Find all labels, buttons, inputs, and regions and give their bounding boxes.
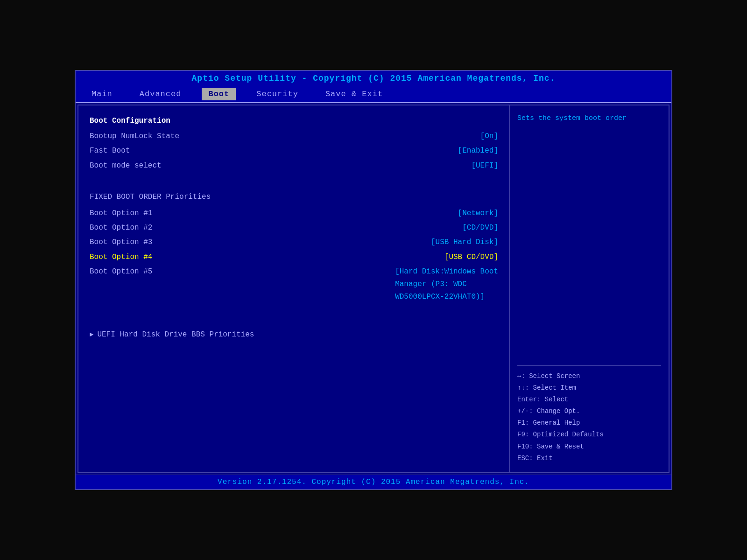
help-text: Sets the system boot order [517,113,661,124]
key-help-esc: ESC: Exit [517,453,661,464]
numlock-label[interactable]: Bootup NumLock State [90,130,179,143]
key-help-f9: F9: Optimized Defaults [517,429,661,441]
main-content: Boot Configuration Bootup NumLock State … [78,105,669,473]
footer-bar: Version 2.17.1254. Copyright (C) 2015 Am… [76,475,671,489]
menu-item-boot[interactable]: Boot [202,88,236,100]
boot-option-1-row: Boot Option #1 [Network] [90,206,498,221]
uefi-hdd-bbs-item[interactable]: ► UEFI Hard Disk Drive BBS Priorities [90,329,498,341]
left-panel: Boot Configuration Bootup NumLock State … [78,105,510,472]
right-panel: Sets the system boot order ↔: Select Scr… [510,105,669,472]
boot-option-1-label[interactable]: Boot Option #1 [90,207,152,220]
title-bar: Aptio Setup Utility - Copyright (C) 2015… [76,71,671,86]
menu-bar: Main Advanced Boot Security Save & Exit [76,86,671,103]
boot-option-3-label[interactable]: Boot Option #3 [90,236,152,249]
footer-text: Version 2.17.1254. Copyright (C) 2015 Am… [218,478,529,486]
menu-item-main[interactable]: Main [85,88,119,100]
boot-option-4-value: [USB CD/DVD] [444,251,498,264]
boot-option-5-row: Boot Option #5 [Hard Disk:Windows Boot M… [90,265,498,305]
menu-item-advanced[interactable]: Advanced [133,88,188,100]
uefi-hdd-bbs-label: UEFI Hard Disk Drive BBS Priorities [97,329,254,341]
arrow-right-icon: ► [90,329,93,341]
boot-option-3-value: [USB Hard Disk] [431,236,498,249]
boot-option-2-row: Boot Option #2 [CD/DVD] [90,221,498,235]
config-row-numlock: Bootup NumLock State [On] [90,129,498,144]
fastboot-label[interactable]: Fast Boot [90,145,130,157]
boot-option-1-value: [Network] [458,207,498,220]
boot-option-2-value: [CD/DVD] [462,222,498,234]
boot-option-2-label[interactable]: Boot Option #2 [90,222,152,234]
numlock-value: [On] [480,130,498,143]
key-help-select-item: ↑↓: Select Item [517,382,661,394]
boot-option-3-row: Boot Option #3 [USB Hard Disk] [90,235,498,250]
key-help: ↔: Select Screen ↑↓: Select Item Enter: … [517,371,661,465]
boot-option-4-row: Boot Option #4 [USB CD/DVD] [90,250,498,265]
boot-option-5-label[interactable]: Boot Option #5 [90,266,152,278]
config-row-bootmode: Boot mode select [UEFI] [90,159,498,173]
title-text: Aptio Setup Utility - Copyright (C) 2015… [192,74,556,83]
key-help-enter: Enter: Select [517,394,661,406]
bootmode-value: [UEFI] [471,160,498,172]
menu-item-security[interactable]: Security [250,88,305,100]
bios-screen: Aptio Setup Utility - Copyright (C) 2015… [75,70,672,490]
divider [517,365,661,366]
key-help-select-screen: ↔: Select Screen [517,371,661,382]
fixed-boot-title: FIXED BOOT ORDER Priorities [90,191,498,203]
key-help-f1: F1: General Help [517,417,661,429]
boot-option-4-label[interactable]: Boot Option #4 [90,251,152,264]
bootmode-label[interactable]: Boot mode select [90,160,162,172]
boot-config-title: Boot Configuration [90,115,498,127]
fastboot-value: [Enabled] [458,145,498,157]
boot-option-5-value: [Hard Disk:Windows Boot Manager (P3: WDC… [395,266,498,304]
config-row-fastboot: Fast Boot [Enabled] [90,144,498,158]
key-help-change-opt: +/-: Change Opt. [517,406,661,417]
menu-item-save-exit[interactable]: Save & Exit [319,88,389,100]
key-help-f10: F10: Save & Reset [517,441,661,453]
